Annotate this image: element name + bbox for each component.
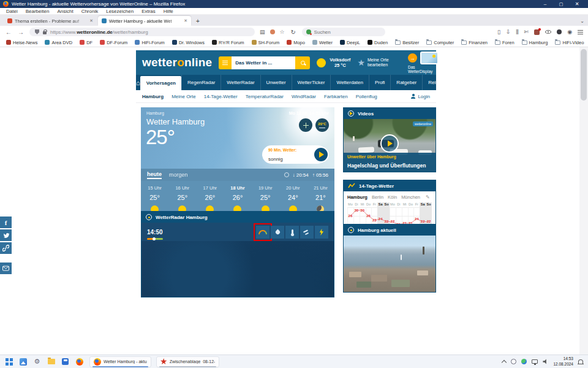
display-tray-icon[interactable] bbox=[532, 359, 538, 364]
radar-timeline-slider[interactable] bbox=[147, 238, 163, 240]
bookmark[interactable]: DeepL bbox=[340, 40, 360, 45]
city-tab[interactable]: Berlin bbox=[372, 194, 383, 200]
bookmark[interactable]: DF bbox=[80, 40, 92, 45]
twitter-share-button[interactable] bbox=[0, 229, 12, 241]
bookmark[interactable]: Heise-News bbox=[6, 40, 37, 45]
tab-overflow-chevron-icon[interactable]: ⌄ bbox=[580, 18, 584, 24]
menu-item[interactable]: Lesezeichen bbox=[106, 9, 134, 14]
screenshot-icon[interactable]: ✄ bbox=[524, 29, 529, 35]
favorite-location-widget[interactable]: Volksdorf25 °C bbox=[317, 57, 350, 69]
minimize-button[interactable] bbox=[537, 1, 553, 7]
edit-pencil-icon[interactable] bbox=[426, 194, 430, 200]
bookmark-folder[interactable]: Besitzer bbox=[395, 40, 419, 45]
privacy-eye-icon[interactable] bbox=[545, 30, 551, 34]
reader-mode-icon[interactable]: ▤ bbox=[260, 29, 265, 35]
window-titlebar[interactable]: Wetter Hamburg - aktuelle Wettervorhersa… bbox=[0, 0, 588, 8]
bookmark-folder[interactable]: Finanzen bbox=[461, 40, 488, 45]
my-places-button[interactable]: ★ Meine Orte bearbeiten bbox=[357, 58, 394, 68]
account-icon[interactable]: ◉ bbox=[567, 29, 572, 35]
bookmark-folder[interactable]: HiFi-Video bbox=[555, 40, 584, 45]
menu-item[interactable]: Chronik bbox=[81, 9, 99, 14]
subnav-item[interactable]: 14-Tage-Wetter bbox=[204, 94, 238, 99]
forward-button[interactable]: → bbox=[17, 29, 24, 36]
tray-icon[interactable] bbox=[521, 359, 527, 364]
tab-tomorrow[interactable]: morgen bbox=[169, 172, 188, 178]
browser-search-box[interactable] bbox=[302, 28, 385, 36]
bookmark-folder[interactable]: Computer bbox=[426, 40, 454, 45]
nav-item[interactable]: Ratgeber bbox=[390, 75, 422, 90]
nav-item[interactable]: RegenRadar bbox=[181, 75, 221, 90]
radar-layer-button[interactable] bbox=[256, 226, 270, 239]
shield-icon[interactable] bbox=[35, 29, 39, 34]
menu-item[interactable]: Ansicht bbox=[57, 9, 73, 14]
back-button[interactable]: ← bbox=[5, 29, 12, 36]
task-view-button[interactable] bbox=[19, 358, 27, 366]
video-thumbnail[interactable]: wetteronline Unwetter über Hamburg Hagel… bbox=[344, 119, 435, 172]
subnav-item[interactable]: Hamburg bbox=[142, 94, 164, 99]
taskbar-task-button[interactable]: Zwischenablage_08-12- bbox=[156, 356, 220, 367]
radar-layer-button[interactable] bbox=[285, 226, 299, 239]
page-scrollbar[interactable] bbox=[579, 47, 588, 355]
nav-item[interactable]: Reisen bbox=[422, 75, 449, 90]
file-explorer-button[interactable] bbox=[47, 358, 55, 366]
pollen-badge[interactable] bbox=[299, 118, 312, 132]
browser-tab[interactable]: Wetter Hamburg - aktuelle Wet ✕ bbox=[98, 16, 191, 26]
search-engine-icon[interactable] bbox=[306, 29, 311, 34]
city-tab[interactable]: München bbox=[401, 194, 420, 200]
library-icon[interactable]: ⫼ bbox=[516, 29, 518, 36]
fourteen-day-header[interactable]: 14-Tage-Wetter bbox=[344, 180, 435, 191]
bookmark-folder[interactable]: Hamburg bbox=[522, 40, 548, 45]
tab-today[interactable]: heute bbox=[147, 171, 162, 179]
notifications-bell-icon[interactable] bbox=[578, 359, 583, 364]
bookmark[interactable]: R'n'R Forum bbox=[212, 40, 244, 45]
browser-search-input[interactable] bbox=[314, 29, 375, 35]
hamburger-menu-icon[interactable] bbox=[578, 30, 583, 34]
webcam-header[interactable]: Hamburg aktuell bbox=[344, 224, 435, 236]
new-tab-button[interactable]: + bbox=[192, 16, 203, 26]
login-button[interactable]: Login bbox=[411, 94, 430, 99]
bookmark[interactable]: Duden bbox=[368, 40, 388, 45]
copy-link-button[interactable] bbox=[0, 242, 12, 254]
home-icon[interactable] bbox=[136, 75, 140, 90]
taskbar-task-button[interactable]: Wetter Hamburg - aktu bbox=[89, 356, 151, 367]
site-search-input[interactable] bbox=[232, 56, 295, 69]
wetterdisplay-promo[interactable]: Das WetterDisplay bbox=[408, 52, 439, 74]
menu-item[interactable]: Extras bbox=[141, 9, 156, 14]
save-app-button[interactable] bbox=[61, 358, 69, 366]
taskbar-clock[interactable]: 14:53 12.08.2024 bbox=[553, 356, 573, 366]
radar-layer-button[interactable] bbox=[315, 226, 328, 239]
nav-item[interactable]: Vorhersagen bbox=[140, 76, 181, 90]
water-temperature-badge[interactable]: 20°C bbox=[315, 118, 329, 132]
subnav-item[interactable]: WindRadar bbox=[292, 94, 316, 99]
90min-weather-teaser[interactable]: 90 Min. Wetter: sonnig bbox=[262, 145, 327, 164]
settings-button[interactable]: ⚙ bbox=[33, 358, 41, 366]
browser-tab[interactable]: Thema erstellen - Probleme auf ✕ bbox=[4, 16, 97, 26]
radar-card-header[interactable]: WetterRadar Hamburg bbox=[141, 212, 334, 223]
subnav-item[interactable]: Meine Orte bbox=[172, 94, 196, 99]
reload-button[interactable]: ↻ bbox=[290, 29, 297, 36]
tab-close-icon[interactable]: ✕ bbox=[89, 18, 93, 23]
bookmark[interactable]: Dr. Windows bbox=[172, 40, 205, 45]
sidebar-icon[interactable]: ▯ bbox=[497, 29, 500, 35]
city-tab[interactable]: Hamburg bbox=[347, 194, 368, 200]
tab-close-icon[interactable]: ✕ bbox=[184, 18, 187, 23]
bookmark[interactable]: Area DVD bbox=[45, 40, 72, 45]
bookmark-star-icon[interactable]: ☆ bbox=[280, 29, 285, 35]
tray-icon[interactable] bbox=[511, 359, 516, 364]
play-button[interactable] bbox=[313, 147, 329, 163]
bookmark[interactable]: Mopo bbox=[287, 40, 305, 45]
site-search-button[interactable] bbox=[295, 56, 310, 69]
firefox-launcher-button[interactable] bbox=[75, 358, 83, 366]
search-menu-button[interactable] bbox=[219, 56, 232, 69]
bookmark[interactable]: SH-Forum bbox=[252, 40, 280, 45]
bookmark[interactable]: DF-Forum bbox=[100, 40, 127, 45]
bookmark[interactable]: Wetter bbox=[312, 40, 333, 45]
nav-item[interactable]: Wetterdaten bbox=[330, 75, 368, 90]
maximize-button[interactable] bbox=[553, 1, 569, 7]
nav-item[interactable]: Unwetter bbox=[260, 75, 292, 90]
scrollbar-thumb[interactable] bbox=[581, 49, 587, 101]
video-play-button[interactable] bbox=[380, 134, 399, 153]
bookmark-folder[interactable]: Foren bbox=[495, 40, 514, 45]
nav-item[interactable]: WetterTicker bbox=[292, 75, 331, 90]
address-bar[interactable]: https://www.wetteronline.de/wetter/hambu… bbox=[29, 28, 255, 36]
